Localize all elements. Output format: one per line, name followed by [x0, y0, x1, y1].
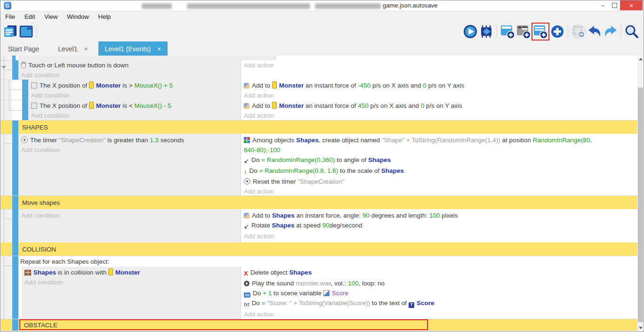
- project-manager-button[interactable]: [2, 24, 18, 40]
- text-run: is greater than: [105, 137, 150, 144]
- action-line[interactable]: Do = RandomInRange(0,360) to angle of Sh…: [241, 155, 637, 166]
- search-button[interactable]: [624, 24, 640, 40]
- action-line[interactable]: Add to Monster an instant force of -450 …: [241, 80, 637, 90]
- text-run: to the text of: [370, 300, 409, 307]
- tab-level1-events[interactable]: Level1 (Events) ×: [98, 41, 168, 56]
- text-run: no: [378, 280, 385, 287]
- add-action-link[interactable]: Add action: [241, 60, 637, 70]
- close-button[interactable]: ×: [620, 0, 643, 10]
- maximize-button[interactable]: [609, 0, 620, 10]
- text-run: "Score: " + ToString(Variable(Score)): [267, 300, 370, 307]
- action-line[interactable]: Delete object Shapes: [241, 267, 637, 278]
- event-row-move[interactable]: Add condition Add to Shapes an instant f…: [0, 209, 637, 243]
- action-line[interactable]: Among objects Shapes, create object name…: [241, 134, 608, 155]
- tab-level1[interactable]: Level1 ×: [51, 41, 94, 56]
- condition-line[interactable]: Touch or Left mouse button is down: [18, 60, 241, 70]
- condition-line[interactable]: The timer "ShapeCreation" is greater tha…: [18, 134, 241, 145]
- event-row-touch[interactable]: Touch or Left mouse button is down Add c…: [0, 60, 637, 80]
- group-row-shapes[interactable]: SHAPES: [0, 121, 637, 134]
- undo-button[interactable]: [587, 24, 603, 40]
- menu-view[interactable]: View: [40, 13, 62, 20]
- add-condition-link[interactable]: Add condition: [18, 145, 241, 155]
- scene-editor-button[interactable]: [18, 24, 34, 40]
- debug-button[interactable]: [478, 24, 494, 40]
- debug-icon: [479, 24, 494, 39]
- group-label[interactable]: COLLISION: [22, 243, 56, 256]
- add-comment-button[interactable]: [515, 24, 531, 40]
- event-row-timer[interactable]: The timer "ShapeCreation" is greater tha…: [0, 134, 637, 196]
- play-button[interactable]: [462, 24, 478, 40]
- text-run: Touch or Left mouse button is down: [28, 62, 129, 69]
- subevent-row-1[interactable]: The X position of Monster is > MouseX() …: [0, 80, 637, 100]
- group-label[interactable]: SHAPES: [22, 121, 48, 134]
- tab-bar: Start Page Level1 × Level1 (Events) ×: [0, 41, 644, 56]
- monster-icon: [89, 102, 94, 109]
- add-other-button[interactable]: [549, 24, 565, 40]
- text-run: degrees and length:: [370, 212, 429, 219]
- text-run: 0: [423, 82, 427, 89]
- tab-close-icon[interactable]: ×: [157, 45, 161, 53]
- repeat-header[interactable]: Repeat for each Shapes object:: [18, 256, 637, 267]
- text-run: seconds: [159, 137, 184, 144]
- group-row-collision[interactable]: COLLISION: [0, 243, 637, 256]
- add-action-link[interactable]: Add action: [241, 231, 637, 241]
- toolbar: [0, 22, 644, 41]
- action-line[interactable]: Play the sound monster.wav, vol.: 100, l…: [241, 278, 637, 288]
- add-subevent-button[interactable]: [531, 23, 549, 40]
- menu-help[interactable]: Help: [94, 13, 116, 20]
- action-line[interactable]: Do = "Score: " + ToString(Variable(Score…: [241, 298, 637, 309]
- condition-cell: The timer "ShapeCreation" is greater tha…: [18, 134, 241, 195]
- text-run: Monster: [96, 102, 121, 109]
- condition-line[interactable]: The X position of Monster is > MouseX() …: [28, 80, 241, 90]
- menu-window[interactable]: Window: [62, 13, 93, 20]
- action-line[interactable]: Rotate Shapes at speed 90deg/second: [241, 220, 637, 231]
- add-condition-link[interactable]: Add condition: [28, 90, 241, 100]
- action-line[interactable]: Reset the timer "ShapeCreation": [241, 177, 637, 186]
- add-event-button[interactable]: [499, 24, 515, 40]
- group-label[interactable]: Move shapes: [22, 196, 60, 209]
- action-line[interactable]: Add to Monster an instant force of 450 p…: [241, 100, 637, 111]
- text-run: 1.3: [150, 137, 159, 144]
- text-run: Shapes: [289, 269, 312, 276]
- add-condition-link[interactable]: Add condition: [22, 277, 241, 287]
- condition-line[interactable]: The X position of Monster is < MouseX() …: [28, 100, 241, 111]
- add-action-link[interactable]: Add action: [241, 309, 637, 319]
- text-run: is: [121, 102, 129, 109]
- tab-start-page[interactable]: Start Page: [1, 41, 46, 56]
- action-line[interactable]: Add to Shapes an instant force, angle: 9…: [241, 209, 637, 220]
- condition-line[interactable]: Shapes is in collision with Monster: [22, 267, 241, 277]
- group-row-move-shapes[interactable]: Move shapes: [0, 196, 637, 210]
- minimize-button[interactable]: –: [596, 0, 609, 10]
- text-run: deg/second: [330, 222, 362, 229]
- menu-edit[interactable]: Edit: [20, 13, 40, 20]
- event-row-repeat-collision[interactable]: Repeat for each Shapes object: Shapes is…: [0, 256, 637, 319]
- vertical-scrollbar[interactable]: [637, 56, 644, 332]
- add-condition-link[interactable]: Add condition: [18, 209, 241, 220]
- add-condition-link[interactable]: Add condition: [28, 111, 241, 121]
- scroll-down-icon[interactable]: [639, 327, 643, 329]
- position-icon: [31, 82, 37, 89]
- text-run: The timer: [30, 137, 59, 144]
- action-line[interactable]: Do + 1 to scene variable Score: [241, 288, 637, 298]
- text-run: Do: [250, 167, 259, 174]
- text-run: to scene variable: [272, 290, 323, 297]
- text-run: to angle of: [335, 156, 368, 163]
- subevent-row-2[interactable]: The X position of Monster is < MouseX() …: [0, 100, 637, 121]
- redo-button[interactable]: [603, 24, 619, 40]
- action-cell: Add action: [241, 60, 637, 80]
- event-bar: [12, 243, 18, 256]
- scrollbar-thumb[interactable]: [638, 88, 643, 322]
- action-line[interactable]: Do = RandomInRange(0.8, 1.6) to the scal…: [241, 166, 637, 177]
- tab-close-icon[interactable]: ×: [84, 45, 88, 53]
- group-row-obstacle[interactable]: OBSTACLE: [0, 319, 637, 331]
- add-action-link[interactable]: Add action: [241, 111, 637, 121]
- add-action-link[interactable]: Add action: [241, 186, 637, 196]
- scroll-up-icon[interactable]: [639, 58, 643, 60]
- text-run: Add to: [252, 82, 272, 89]
- action-cell: Add to Monster an instant force of -450 …: [241, 80, 637, 100]
- menu-file[interactable]: File: [0, 13, 20, 20]
- remove-selection-button[interactable]: [571, 24, 587, 40]
- add-condition-link[interactable]: Add condition: [18, 70, 241, 80]
- add-action-link[interactable]: Add action: [241, 90, 637, 100]
- text-run: Add to: [252, 102, 272, 109]
